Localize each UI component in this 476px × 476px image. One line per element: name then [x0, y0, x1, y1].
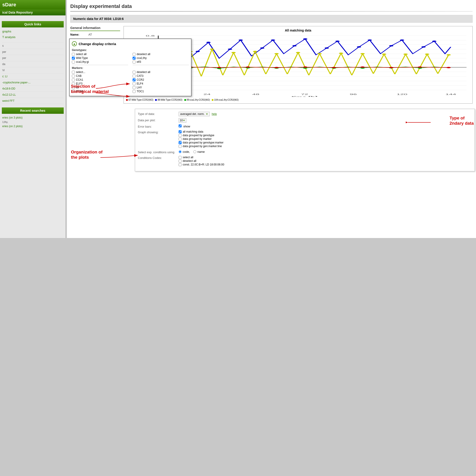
sidebar-item-vi: Vi	[0, 68, 66, 73]
select-conditions-row: Select exp. conditions using code, name	[138, 150, 238, 154]
cond-select-all[interactable]: select all	[179, 156, 224, 159]
graph-opt-3-check[interactable]	[179, 141, 182, 144]
radio-name[interactable]: name	[193, 150, 205, 153]
genotype-elf3[interactable]: elf3	[133, 60, 189, 64]
radio-code[interactable]: code,	[179, 150, 190, 153]
recent-searches-header: Recent searches	[2, 107, 64, 114]
genotype-select-all[interactable]: select all	[72, 52, 128, 56]
marker-cab[interactable]: CAB	[72, 74, 128, 78]
sidebar-item-weird[interactable]: weird FFT	[0, 98, 66, 103]
sidebar-item-cll: c: LI	[0, 74, 66, 79]
marker-select[interactable]: select...	[72, 70, 128, 74]
sidebar-item-s: s	[0, 43, 66, 48]
svg-point-83	[217, 67, 221, 68]
genotype-elf3-check[interactable]	[133, 61, 136, 64]
marker-ccr2-check[interactable]	[133, 78, 136, 81]
cond-select-all-check[interactable]	[179, 156, 182, 159]
svg-point-41	[206, 42, 211, 43]
quick-links-header: Quick links	[2, 21, 64, 27]
marker-cat3[interactable]: CAT3	[133, 74, 189, 78]
error-bars-check[interactable]	[179, 124, 182, 127]
data-per-plot-box[interactable]: 10 ▼	[179, 118, 186, 123]
main-content: Display experimental data Numeric data f…	[67, 0, 238, 238]
svg-text:24: 24	[204, 93, 211, 95]
marker-cat3-check[interactable]	[133, 75, 136, 78]
conditions-items: select all deselect all const. 22.0C:B+R…	[179, 156, 224, 167]
graph-opt-3[interactable]: data grouped by genotype:marker	[179, 141, 223, 144]
info-name-row: Name: AT	[70, 33, 120, 36]
help-link[interactable]: help	[212, 112, 217, 116]
sidebar-link-graphs[interactable]: graphs	[0, 29, 66, 34]
type-of-data-value: averaged det. norm. ▼ help	[179, 112, 217, 116]
marker-cca1[interactable]: CCA1	[72, 78, 128, 81]
recent-item-0[interactable]: eries (on 3 plots)	[0, 115, 66, 120]
graph-showing-row: Graph showing: all matching data data gr…	[138, 130, 238, 148]
criteria-icon: ▲	[72, 41, 77, 46]
controls-panel: Type of data: averaged det. norm. ▼ help…	[135, 109, 238, 171]
recent-item-lhy: 1;lhy,	[0, 120, 66, 123]
app-title-text: sDare	[2, 2, 16, 7]
sidebar: sDare ical Data Repository Quick links g…	[0, 0, 66, 238]
page-title: Display experimental data	[70, 3, 238, 9]
conditions-codes-row: Conditions Codes: select all deselect al…	[138, 156, 238, 167]
marker-select-check[interactable]	[72, 71, 75, 74]
genotype-cca1lhy-check[interactable]	[133, 57, 136, 60]
marker-cab-check[interactable]	[72, 75, 75, 78]
sidebar-link-analysis[interactable]: T analysis	[0, 34, 66, 40]
genotype-cca1lhygi-check[interactable]	[72, 61, 75, 64]
type-of-data-row: Type of data: averaged det. norm. ▼ help	[138, 112, 238, 116]
genotype-wildtype[interactable]: Wild Type	[72, 56, 128, 60]
marker-cca1-check[interactable]	[72, 78, 75, 81]
recent-item-2[interactable]: eries (on 2 plots)	[0, 123, 66, 129]
data-per-plot-arrow: ▼	[183, 119, 185, 122]
radio-name-input[interactable]	[193, 150, 196, 153]
genotype-cca1lhygi[interactable]: cca1;lhy:gi	[72, 60, 128, 64]
genotype-wildtype-check[interactable]	[72, 57, 75, 60]
sidebar-item-crypto[interactable]: -cryptochrome paper-...	[0, 80, 66, 85]
genotype-cca1lhy[interactable]: cca1;lhy	[133, 56, 189, 60]
divider-1	[72, 65, 128, 65]
graph-options: all matching data data grouped by genoty…	[179, 130, 223, 148]
cond-deselect-all-check[interactable]	[179, 160, 182, 163]
genotype-deselect-all-check[interactable]	[133, 53, 136, 56]
radio-code-input[interactable]	[179, 150, 182, 153]
annotation-org: Organization ofthe plots	[71, 150, 102, 160]
type-of-data-dropdown[interactable]: averaged det. norm. ▼	[179, 112, 210, 116]
cond-const-check[interactable]	[179, 163, 182, 166]
app-title: sDare	[0, 0, 66, 10]
sidebar-item-4x12[interactable]: 4x12:12-LL	[0, 92, 66, 97]
divider-2	[133, 65, 189, 65]
graph-opt-4[interactable]: data grouped by gen:marker:line	[179, 145, 223, 148]
graph-opt-1-check[interactable]	[179, 134, 182, 137]
cond-const[interactable]: const. 22.0C:B+R: LD 18:00:06:00	[179, 163, 224, 166]
annotation-org-text: Organization ofthe plots	[71, 150, 102, 160]
type-of-data-label: Type of data:	[138, 112, 176, 116]
name-label: Name:	[70, 33, 88, 36]
arrow-selection	[94, 82, 143, 100]
graph-opt-0[interactable]: all matching data	[179, 130, 223, 133]
genotype-deselect-all[interactable]: deselect all	[133, 52, 189, 56]
app-subtitle-text: ical Data Repository	[2, 11, 33, 14]
legend-item-2: 89:cca1.lhy:CCR2(W2)	[184, 99, 210, 101]
graph-opt-0-check[interactable]	[179, 130, 182, 133]
title-divider	[70, 11, 238, 12]
chart-title: All matching data	[126, 29, 238, 32]
graph-opt-2-check[interactable]	[179, 137, 182, 140]
cond-deselect-all[interactable]: deselect all	[179, 159, 224, 163]
data-per-plot-value: 10 ▼	[179, 118, 186, 123]
graph-opt-1[interactable]: data grouped by genotype	[179, 134, 223, 137]
data-per-plot-row: Data per plot: 10 ▼	[138, 118, 238, 123]
marker-deselect-all-check[interactable]	[133, 71, 136, 74]
graph-opt-2[interactable]: data grouped by marker	[179, 137, 223, 140]
arrow-org	[98, 151, 143, 164]
graph-opt-4-check[interactable]	[179, 145, 182, 148]
svg-text:0.8: 0.8	[146, 35, 155, 37]
legend-dot-2	[184, 99, 186, 101]
marker-ccr2[interactable]: CCR2	[133, 78, 189, 81]
genotype-select-all-check[interactable]	[72, 53, 75, 56]
select-conditions-label: Select exp. conditions using	[138, 150, 176, 154]
numeric-data-header: Numeric data for AT 0034: LD18:6	[70, 15, 238, 23]
marker-deselect-all[interactable]: deselect all	[133, 70, 189, 74]
sidebar-item-4x18[interactable]: 4x18:6-DD	[0, 86, 66, 91]
error-bars-label: Error bars:	[138, 124, 176, 128]
